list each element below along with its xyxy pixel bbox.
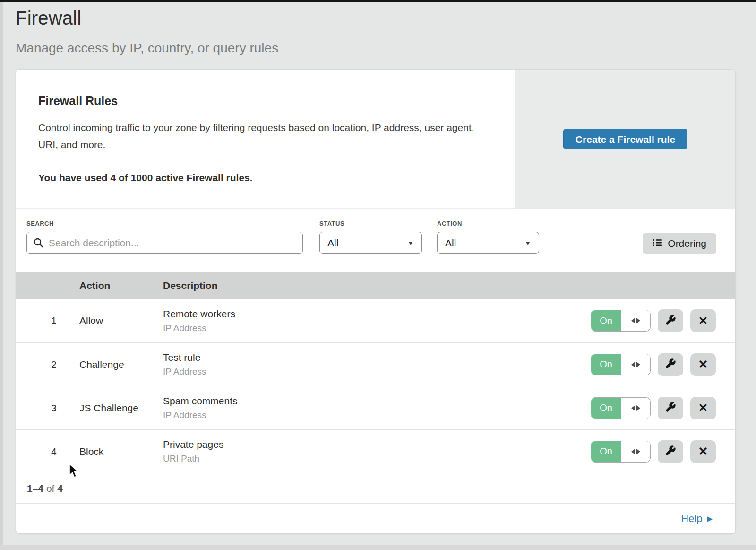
search-input[interactable] — [26, 232, 303, 254]
toggle-on-label: On — [591, 398, 621, 419]
rule-description: Private pages — [163, 439, 584, 450]
table-row: 4 Block Private pages URI Path On — [16, 429, 735, 473]
action-filter-group: ACTION All ▼ — [437, 220, 539, 254]
page-title: Firewall — [16, 8, 756, 29]
close-icon: ✕ — [698, 315, 708, 327]
rule-match-field: IP Address — [163, 323, 584, 333]
rule-priority: 4 — [16, 446, 79, 457]
rules-table-header: Action Description — [16, 272, 735, 299]
ordering-button[interactable]: Ordering — [643, 233, 716, 254]
rule-priority: 1 — [16, 315, 79, 326]
status-selected-value: All — [327, 237, 338, 249]
table-row: 3 JS Challenge Spam comments IP Address … — [16, 386, 735, 429]
close-icon: ✕ — [698, 402, 708, 414]
rule-description-cell: Test rule IP Address — [163, 352, 584, 377]
rule-enabled-toggle[interactable]: On — [591, 354, 651, 375]
rule-controls: On ✕ — [584, 397, 735, 419]
filters-bar: SEARCH STATUS All ▼ ACTION All ▼ — [16, 209, 735, 272]
rule-description-cell: Spam comments IP Address — [163, 395, 584, 420]
toggle-handle — [621, 310, 650, 331]
delete-rule-button[interactable]: ✕ — [690, 309, 716, 332]
rule-description: Test rule — [163, 352, 584, 363]
toggle-handle — [621, 354, 650, 375]
wrench-icon — [665, 445, 676, 458]
action-select[interactable]: All ▼ — [437, 232, 539, 254]
rule-controls: On ✕ — [584, 440, 735, 463]
pagination-range: 1–4 — [27, 483, 43, 494]
toggle-handle — [621, 441, 650, 462]
search-icon — [33, 237, 44, 251]
rule-description-cell: Remote workers IP Address — [163, 308, 584, 333]
rule-action: JS Challenge — [79, 402, 163, 414]
rule-priority: 2 — [16, 359, 79, 370]
firewall-rules-card: Firewall Rules Control incoming traffic … — [16, 69, 736, 534]
edit-rule-button[interactable] — [658, 353, 683, 376]
edit-rule-button[interactable] — [658, 309, 683, 332]
rule-controls: On ✕ — [584, 353, 735, 376]
list-icon — [653, 238, 662, 250]
hero-section: Firewall Rules Control incoming traffic … — [16, 70, 735, 209]
usage-summary: You have used 4 of 1000 active Firewall … — [38, 172, 482, 183]
rule-action: Block — [79, 446, 163, 457]
rule-priority: 3 — [16, 402, 79, 414]
status-select[interactable]: All ▼ — [319, 232, 422, 254]
ordering-button-label: Ordering — [668, 238, 706, 249]
card-description: Control incoming traffic to your zone by… — [38, 119, 482, 153]
close-icon: ✕ — [698, 358, 708, 370]
caret-right-icon: ▶ — [707, 515, 713, 523]
edit-rule-button[interactable] — [658, 397, 683, 419]
close-icon: ✕ — [698, 445, 708, 457]
help-link-label: Help — [681, 513, 702, 525]
arrow-right-icon — [636, 405, 640, 411]
rule-description-cell: Private pages URI Path — [163, 439, 584, 464]
action-selected-value: All — [445, 237, 456, 249]
arrow-left-icon — [631, 362, 635, 367]
pagination-total: 4 — [57, 483, 63, 494]
toggle-on-label: On — [591, 441, 621, 462]
wrench-icon — [665, 358, 676, 371]
action-label: ACTION — [437, 220, 539, 227]
window-bottom-edge — [0, 545, 756, 550]
rule-action: Challenge — [79, 359, 163, 370]
rule-enabled-toggle[interactable]: On — [591, 397, 651, 419]
pagination-of: of — [46, 483, 55, 494]
card-heading: Firewall Rules — [38, 94, 482, 108]
delete-rule-button[interactable]: ✕ — [690, 353, 716, 376]
delete-rule-button[interactable]: ✕ — [690, 440, 716, 463]
help-link[interactable]: Help ▶ — [681, 513, 713, 525]
rules-table-body: 1 Allow Remote workers IP Address On — [16, 299, 735, 473]
hero-text-panel: Firewall Rules Control incoming traffic … — [16, 70, 515, 209]
search-wrap — [26, 232, 303, 254]
delete-rule-button[interactable]: ✕ — [690, 397, 716, 419]
rule-description: Spam comments — [163, 395, 584, 407]
rule-match-field: URI Path — [163, 454, 584, 464]
chevron-down-icon: ▼ — [524, 239, 531, 247]
help-bar: Help ▶ — [16, 503, 735, 533]
table-row: 1 Allow Remote workers IP Address On — [16, 299, 735, 342]
window-top-edge — [0, 0, 756, 2]
arrow-right-icon — [636, 362, 640, 367]
arrow-left-icon — [631, 318, 635, 323]
search-filter-group: SEARCH — [26, 220, 303, 254]
hero-action-panel: Create a Firewall rule — [515, 70, 735, 209]
rule-description: Remote workers — [163, 308, 584, 320]
action-column-header: Action — [79, 280, 163, 291]
page-header: Firewall Manage access by IP, country, o… — [0, 0, 756, 56]
arrow-right-icon — [636, 318, 640, 323]
status-label: STATUS — [319, 220, 422, 227]
table-row: 2 Challenge Test rule IP Address On — [16, 342, 735, 386]
status-filter-group: STATUS All ▼ — [319, 220, 422, 254]
create-firewall-rule-button[interactable]: Create a Firewall rule — [563, 129, 687, 149]
pagination-bar: 1–4 of 4 — [16, 473, 735, 503]
rule-action: Allow — [79, 315, 163, 326]
description-column-header: Description — [163, 280, 735, 291]
edit-rule-button[interactable] — [658, 440, 683, 463]
search-label: SEARCH — [26, 220, 303, 227]
window-left-edge — [0, 0, 3, 550]
chevron-down-icon: ▼ — [407, 239, 414, 247]
rule-controls: On ✕ — [584, 309, 735, 332]
rule-enabled-toggle[interactable]: On — [591, 441, 651, 463]
wrench-icon — [665, 402, 676, 414]
rule-enabled-toggle[interactable]: On — [591, 310, 651, 332]
rule-match-field: IP Address — [163, 410, 584, 420]
